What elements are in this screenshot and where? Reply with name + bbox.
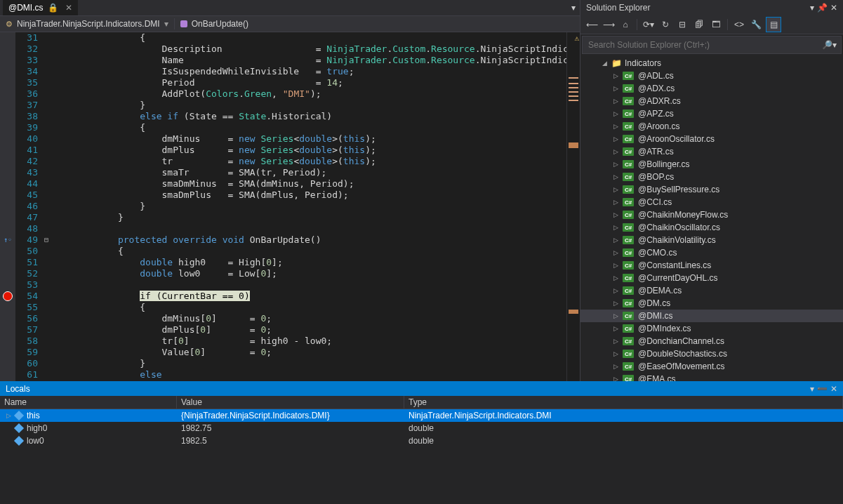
- window-position-icon[interactable]: ▾: [810, 384, 814, 394]
- file-chaikinoscillatorcs[interactable]: ▷C#@ChaikinOscillator.cs: [580, 221, 843, 234]
- sync-button[interactable]: ⟳▾: [642, 18, 656, 32]
- expand-icon[interactable]: ▷: [611, 110, 620, 117]
- locals-name-cell[interactable]: low0: [0, 435, 177, 447]
- forward-button[interactable]: ⟶: [602, 18, 616, 32]
- solution-tree[interactable]: ◢📁Indicators▷C#@ADL.cs▷C#@ADX.cs▷C#@ADXR…: [580, 55, 843, 381]
- file-apzcs[interactable]: ▷C#@APZ.cs: [580, 107, 843, 120]
- overview-mark[interactable]: [569, 91, 578, 93]
- expand-icon[interactable]: ▷: [611, 173, 620, 180]
- file-dmics[interactable]: ▷C#@DMI.cs: [580, 310, 843, 322]
- search-icon[interactable]: 🔎▾: [822, 40, 837, 50]
- folder-indicators[interactable]: ◢📁Indicators: [580, 57, 843, 69]
- overview-mark[interactable]: [569, 87, 578, 88]
- file-adlcs[interactable]: ▷C#@ADL.cs: [580, 69, 843, 82]
- collapse-all-button[interactable]: ⊟: [675, 18, 689, 32]
- code-text[interactable]: { Description = NinjaTrader.Custom.Resou…: [52, 32, 566, 381]
- file-cmocs[interactable]: ▷C#@CMO.cs: [580, 246, 843, 259]
- overview-mark[interactable]: [569, 100, 578, 101]
- code-editor[interactable]: ↑◦ 3132333435363738394041424344454647484…: [0, 32, 580, 381]
- expand-icon[interactable]: ▷: [611, 224, 620, 231]
- expand-icon[interactable]: ▷: [611, 350, 620, 357]
- file-adxcs[interactable]: ▷C#@ADX.cs: [580, 82, 843, 95]
- file-bollingercs[interactable]: ▷C#@Bollinger.cs: [580, 158, 843, 171]
- file-constantlinescs[interactable]: ▷C#@ConstantLines.cs: [580, 259, 843, 272]
- close-icon[interactable]: ✕: [830, 3, 837, 13]
- preview-button[interactable]: ▤: [766, 17, 781, 32]
- close-icon[interactable]: ✕: [830, 384, 837, 394]
- breakpoint-icon[interactable]: [3, 291, 13, 301]
- search-input[interactable]: [587, 39, 822, 51]
- file-currentdayohlcs[interactable]: ▷C#@CurrentDayOHL.cs: [580, 272, 843, 284]
- file-easeofmovementcs[interactable]: ▷C#@EaseOfMovement.cs: [580, 360, 843, 373]
- file-atrcs[interactable]: ▷C#@ATR.cs: [580, 145, 843, 158]
- locals-header[interactable]: Value: [177, 396, 404, 409]
- refresh-button[interactable]: ↻: [658, 18, 672, 32]
- nav-member[interactable]: OnBarUpdate(): [175, 16, 254, 32]
- file-adxrcs[interactable]: ▷C#@ADXR.cs: [580, 95, 843, 107]
- expand-icon[interactable]: ◢: [600, 60, 609, 67]
- back-button[interactable]: ⟵: [585, 18, 599, 32]
- expand-icon[interactable]: ▷: [611, 135, 620, 142]
- expand-icon[interactable]: ▷: [611, 274, 620, 281]
- expand-icon[interactable]: ▷: [611, 262, 620, 269]
- locals-header[interactable]: Type: [404, 396, 843, 409]
- window-position-icon[interactable]: ▾: [810, 3, 814, 13]
- fold-column[interactable]: ⊟: [41, 32, 52, 381]
- expand-icon[interactable]: ▷: [611, 85, 620, 92]
- show-all-button[interactable]: 🗐: [692, 18, 706, 32]
- file-chaikinvolatilitycs[interactable]: ▷C#@ChaikinVolatility.cs: [580, 234, 843, 246]
- nav-scope[interactable]: ⚙ NinjaTrader.NinjaScript.Indicators.DMI…: [0, 16, 174, 32]
- expand-icon[interactable]: ▷: [611, 312, 620, 319]
- file-dmcs[interactable]: ▷C#@DM.cs: [580, 297, 843, 310]
- expand-icon[interactable]: ▷: [611, 98, 620, 105]
- solution-explorer-search[interactable]: 🔎▾: [582, 36, 842, 54]
- expand-icon[interactable]: ▷: [611, 199, 620, 206]
- overview-mark[interactable]: [569, 83, 578, 84]
- locals-name-cell[interactable]: high0: [0, 422, 177, 435]
- overview-mark[interactable]: [569, 77, 578, 79]
- file-chaikinmoneyflowcs[interactable]: ▷C#@ChaikinMoneyFlow.cs: [580, 208, 843, 221]
- expand-icon[interactable]: ▷: [611, 148, 620, 155]
- locals-header[interactable]: Name: [0, 396, 177, 409]
- editor-tab-dmi[interactable]: @DMI.cs 🔒 ✕: [3, 0, 78, 15]
- autohide-icon[interactable]: ➖: [817, 384, 828, 394]
- expand-icon[interactable]: ▷: [611, 325, 620, 332]
- expand-icon[interactable]: ▷: [611, 161, 620, 168]
- expand-icon[interactable]: ▷: [611, 72, 620, 79]
- expand-icon[interactable]: ▷: [611, 211, 620, 218]
- expand-icon[interactable]: ▷: [611, 123, 620, 130]
- expand-icon[interactable]: ▷: [611, 300, 620, 307]
- locals-value-cell[interactable]: 1982.5: [177, 435, 404, 447]
- close-icon[interactable]: ✕: [65, 3, 72, 13]
- home-button[interactable]: ⌂: [618, 18, 632, 32]
- file-dmindexcs[interactable]: ▷C#@DMIndex.cs: [580, 322, 843, 335]
- properties-button[interactable]: 🗔: [709, 18, 723, 32]
- overview-mark[interactable]: [569, 95, 578, 97]
- file-bopcs[interactable]: ▷C#@BOP.cs: [580, 171, 843, 183]
- file-donchianchannelcs[interactable]: ▷C#@DonchianChannel.cs: [580, 335, 843, 347]
- file-emacs[interactable]: ▷C#@EMA.cs: [580, 373, 843, 381]
- properties-wrench-button[interactable]: 🔧: [749, 18, 763, 32]
- overview-ruler[interactable]: ⚠: [566, 32, 580, 381]
- locals-value-cell[interactable]: {NinjaTrader.NinjaScript.Indicators.DMI}: [177, 409, 404, 422]
- file-demacs[interactable]: ▷C#@DEMA.cs: [580, 284, 843, 297]
- expand-icon[interactable]: ▷: [611, 237, 620, 244]
- expand-icon[interactable]: ▷: [611, 287, 620, 294]
- fold-toggle[interactable]: ⊟: [41, 234, 52, 246]
- overview-mark[interactable]: [569, 310, 578, 314]
- locals-name-cell[interactable]: ▷this: [0, 409, 177, 422]
- expand-icon[interactable]: ▷: [611, 363, 620, 370]
- file-ccics[interactable]: ▷C#@CCI.cs: [580, 196, 843, 208]
- file-doublestochasticscs[interactable]: ▷C#@DoubleStochastics.cs: [580, 347, 843, 360]
- tab-dropdown-icon[interactable]: ▾: [567, 3, 580, 13]
- pin-icon[interactable]: 📌: [817, 3, 828, 13]
- expand-icon[interactable]: ▷: [611, 338, 620, 345]
- file-buysellpressurecs[interactable]: ▷C#@BuySellPressure.cs: [580, 183, 843, 196]
- locals-value-cell[interactable]: 1982.75: [177, 422, 404, 435]
- expand-icon[interactable]: ▷: [611, 186, 620, 193]
- overview-mark[interactable]: [569, 142, 578, 148]
- expand-icon[interactable]: ▷: [611, 249, 620, 256]
- expand-icon[interactable]: ▷: [611, 376, 620, 381]
- file-aroonoscillatorcs[interactable]: ▷C#@AroonOscillator.cs: [580, 133, 843, 145]
- locals-grid[interactable]: NameValueType▷this{NinjaTrader.NinjaScri…: [0, 396, 843, 447]
